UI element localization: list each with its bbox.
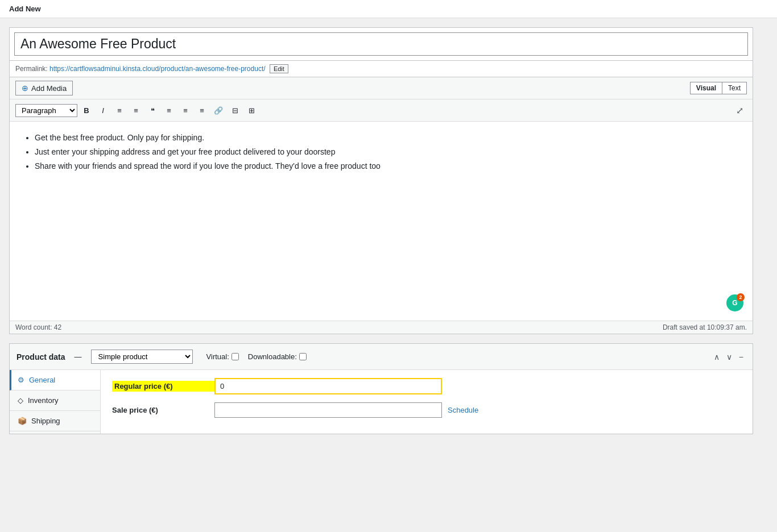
visual-text-tabs: Visual Text <box>690 82 747 94</box>
virtual-checkbox[interactable] <box>232 353 239 360</box>
sale-price-row: Sale price (€) Schedule <box>112 402 741 418</box>
product-data-header: Product data — Simple product Grouped pr… <box>10 344 753 370</box>
tab-general[interactable]: ⚙ General <box>10 370 100 390</box>
product-data-dash: — <box>75 352 82 361</box>
product-data-controls: ∧ ∨ − <box>712 351 746 363</box>
ordered-list-button[interactable]: ≡ <box>129 103 143 118</box>
permalink-link[interactable]: https://cartflowsadminui.kinsta.cloud/pr… <box>49 65 266 73</box>
post-title-input[interactable] <box>14 32 748 56</box>
virtual-downloadable-options: Virtual: Downloadable: <box>206 352 307 361</box>
add-new-button[interactable]: Add New <box>9 5 41 13</box>
general-icon: ⚙ <box>18 376 24 384</box>
word-count-label: Word count: 42 <box>15 323 61 331</box>
regular-price-label: Regular price (€) <box>112 381 214 392</box>
blockquote-button[interactable]: ❝ <box>145 103 160 118</box>
add-media-label: Add Media <box>31 84 67 93</box>
editor-content[interactable]: Get the best free product. Only pay for … <box>10 122 753 321</box>
bold-button[interactable]: B <box>79 103 94 118</box>
title-section <box>9 27 753 61</box>
visual-tab-button[interactable]: Visual <box>690 82 722 94</box>
collapse-down-button[interactable]: ∨ <box>724 351 734 363</box>
inventory-icon: ◇ <box>18 396 23 405</box>
bullet-item-3: Share with your friends and spread the w… <box>35 159 741 173</box>
align-right-button[interactable]: ≡ <box>195 103 209 118</box>
text-tab-button[interactable]: Text <box>722 82 747 94</box>
bullet-item-2: Just enter your shipping address and get… <box>35 145 741 159</box>
shipping-icon: 📦 <box>18 417 27 425</box>
editor-wrapper: ⊕ Add Media Visual Text Paragraph Headin… <box>9 77 753 334</box>
fullscreen-button[interactable]: ⤢ <box>732 103 747 118</box>
product-data-body: ⚙ General ◇ Inventory 📦 Shipping Regular… <box>10 370 753 434</box>
permalink-edit-button[interactable]: Edit <box>270 64 288 73</box>
product-tabs: ⚙ General ◇ Inventory 📦 Shipping <box>10 370 101 434</box>
bullet-item-1: Get the best free product. Only pay for … <box>35 131 741 145</box>
editor-footer: Word count: 42 Draft saved at 10:09:37 a… <box>10 321 753 334</box>
more-button[interactable]: ⊟ <box>228 103 242 118</box>
grammarly-badge[interactable]: G 2 <box>726 294 743 311</box>
schedule-link[interactable]: Schedule <box>448 406 478 414</box>
permalink-label: Permalink: <box>15 65 48 73</box>
draft-saved-status: Draft saved at 10:09:37 am. <box>663 323 747 331</box>
tab-shipping[interactable]: 📦 Shipping <box>10 411 100 431</box>
grammarly-icon: G <box>732 299 737 307</box>
tab-shipping-label: Shipping <box>31 417 60 425</box>
align-left-button[interactable]: ≡ <box>162 103 176 118</box>
downloadable-checkbox[interactable] <box>299 353 307 360</box>
regular-price-row: Regular price (€) <box>112 378 741 394</box>
main-content: Permalink: https://cartflowsadminui.kins… <box>0 18 762 443</box>
regular-price-input[interactable] <box>214 378 442 394</box>
tab-inventory-label: Inventory <box>28 396 58 405</box>
product-data-section: Product data — Simple product Grouped pr… <box>9 343 753 434</box>
tab-general-label: General <box>29 376 55 384</box>
add-media-icon: ⊕ <box>22 84 28 93</box>
virtual-label[interactable]: Virtual: <box>206 352 239 361</box>
tab-inventory[interactable]: ◇ Inventory <box>10 390 100 411</box>
paragraph-format-select[interactable]: Paragraph Heading 1 Heading 2 Heading 3 <box>15 104 77 117</box>
align-center-button[interactable]: ≡ <box>178 103 193 118</box>
sale-price-label: Sale price (€) <box>112 406 214 414</box>
product-data-title: Product data <box>16 352 65 361</box>
italic-button[interactable]: I <box>96 103 110 118</box>
editor-toolbar-top: ⊕ Add Media Visual Text <box>10 77 753 99</box>
grammarly-notification: 2 <box>737 293 745 301</box>
minimize-button[interactable]: − <box>737 351 746 363</box>
product-fields: Regular price (€) Sale price (€) Schedul… <box>101 370 753 434</box>
link-button[interactable]: 🔗 <box>211 103 226 118</box>
format-bar: Paragraph Heading 1 Heading 2 Heading 3 … <box>10 99 753 122</box>
editor-bullet-list: Get the best free product. Only pay for … <box>21 131 741 174</box>
permalink-bar: Permalink: https://cartflowsadminui.kins… <box>9 61 753 77</box>
kitchen-sink-button[interactable]: ⊞ <box>244 103 259 118</box>
add-media-button[interactable]: ⊕ Add Media <box>15 81 73 95</box>
downloadable-label[interactable]: Downloadable: <box>248 352 307 361</box>
top-bar: Add New <box>0 0 777 18</box>
bullet-list-button[interactable]: ≡ <box>112 103 127 118</box>
product-type-select[interactable]: Simple product Grouped product External/… <box>91 350 193 364</box>
collapse-up-button[interactable]: ∧ <box>712 351 722 363</box>
sale-price-input[interactable] <box>214 402 442 418</box>
